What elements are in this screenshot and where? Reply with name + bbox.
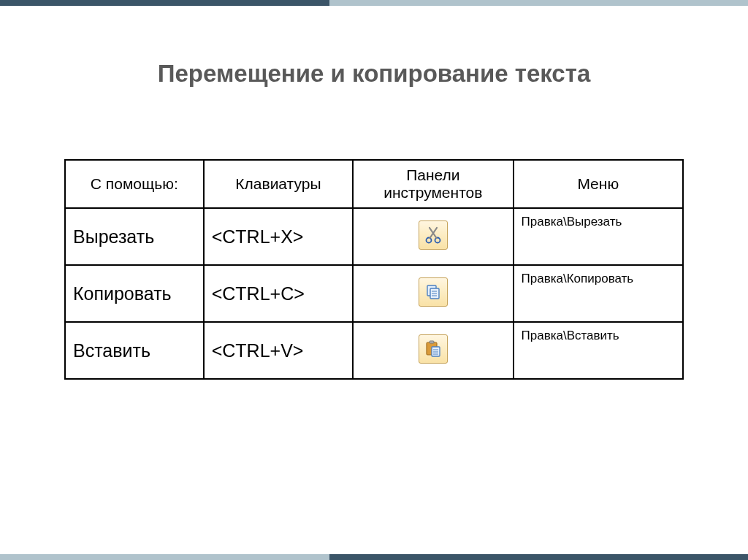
cell-action: Вырезать	[65, 208, 204, 265]
cell-toolbar	[353, 265, 513, 322]
cell-keyboard: <CTRL+C>	[204, 265, 353, 322]
shortcuts-table: С помощью: Клавиатуры Панели инструменто…	[64, 159, 684, 380]
cut-icon	[419, 220, 448, 250]
cell-menu: Правка\Вставить	[514, 322, 683, 379]
cell-action: Копировать	[65, 265, 204, 322]
header-keyboard: Клавиатуры	[204, 160, 353, 208]
cell-keyboard: <CTRL+V>	[204, 322, 353, 379]
paste-icon	[419, 334, 448, 364]
table-row: Копировать <CTRL+C> Правка\Копировать	[65, 265, 683, 322]
copy-icon	[419, 277, 448, 307]
table-row: Вырезать <CTRL+X> Правка\Вырезать	[65, 208, 683, 265]
slide-bottom-border	[0, 554, 748, 560]
slide-top-border	[0, 0, 748, 6]
cell-action: Вставить	[65, 322, 204, 379]
table-header-row: С помощью: Клавиатуры Панели инструменто…	[65, 160, 683, 208]
table-row: Вставить <CTRL+V> Правка\Вставить	[65, 322, 683, 379]
header-toolbar: Панели инструментов	[353, 160, 513, 208]
header-with: С помощью:	[65, 160, 204, 208]
cell-toolbar	[353, 208, 513, 265]
header-menu: Меню	[514, 160, 683, 208]
cell-menu: Правка\Вырезать	[514, 208, 683, 265]
cell-toolbar	[353, 322, 513, 379]
cell-menu: Правка\Копировать	[514, 265, 683, 322]
svg-rect-10	[430, 341, 434, 343]
slide-title: Перемещение и копирование текста	[0, 60, 748, 88]
cell-keyboard: <CTRL+X>	[204, 208, 353, 265]
